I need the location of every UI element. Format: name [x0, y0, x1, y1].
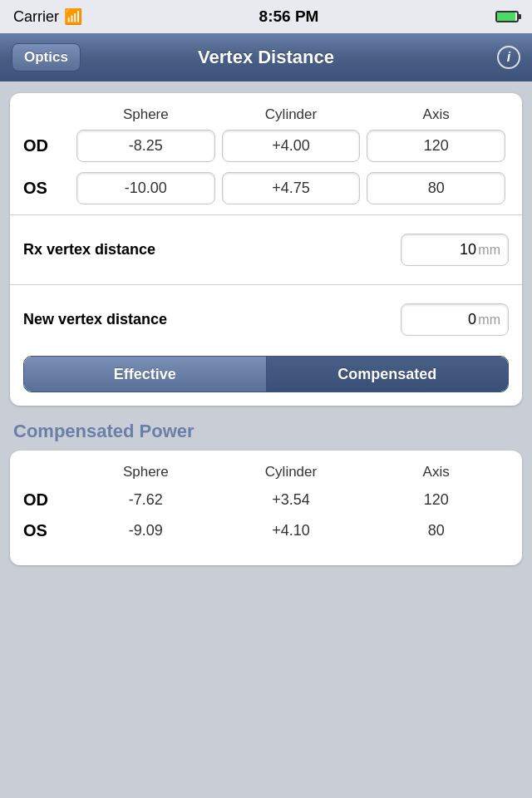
- input-card: Sphere Cylinder Axis OD OS: [10, 93, 522, 406]
- results-section-title: Compensated Power: [10, 406, 522, 451]
- divider-2: [10, 284, 522, 285]
- sphere-header: Sphere: [73, 106, 219, 123]
- results-axis-header: Axis: [363, 464, 509, 480]
- os-label: OS: [23, 179, 73, 198]
- results-od-label: OD: [23, 490, 73, 510]
- wifi-icon: 📶: [64, 7, 82, 26]
- status-bar: Carrier 📶 8:56 PM: [0, 0, 532, 33]
- main-content: Sphere Cylinder Axis OD OS: [0, 81, 532, 577]
- back-button[interactable]: Optics: [12, 43, 81, 71]
- battery-fill: [497, 12, 515, 21]
- rx-vertex-label: Rx vertex distance: [23, 241, 155, 259]
- rx-vertex-input[interactable]: [401, 234, 509, 266]
- new-vertex-label: New vertex distance: [23, 311, 167, 328]
- rx-vertex-row: Rx vertex distance mm: [23, 225, 509, 274]
- rx-vertex-input-container: mm: [401, 234, 509, 266]
- carrier-info: Carrier 📶: [13, 7, 82, 26]
- os-cylinder-input[interactable]: [222, 172, 361, 204]
- info-button[interactable]: i: [497, 46, 520, 69]
- os-sphere-input[interactable]: [76, 172, 215, 204]
- new-vertex-input-container: mm: [401, 303, 509, 336]
- axis-header: Axis: [363, 106, 509, 123]
- od-sphere-input[interactable]: [76, 130, 215, 162]
- results-card: Sphere Cylinder Axis OD -7.62 +3.54 120 …: [10, 451, 522, 565]
- od-cylinder-input[interactable]: [222, 130, 361, 162]
- effective-button[interactable]: Effective: [24, 357, 266, 392]
- battery-icon: [495, 11, 519, 22]
- results-od-row: OD -7.62 +3.54 120: [23, 490, 509, 510]
- results-od-sphere: -7.62: [73, 491, 219, 509]
- od-label: OD: [23, 136, 73, 155]
- od-axis-cell: [367, 130, 505, 162]
- os-axis-input[interactable]: [367, 172, 505, 204]
- compensated-button[interactable]: Compensated: [267, 357, 509, 392]
- new-vertex-input[interactable]: [401, 303, 509, 336]
- divider-1: [10, 214, 522, 215]
- results-os-row: OS -9.09 +4.10 80: [23, 521, 509, 540]
- results-od-cylinder: +3.54: [219, 491, 364, 509]
- results-sphere-header: Sphere: [73, 464, 219, 480]
- od-sphere-cell: [76, 130, 215, 162]
- carrier-label: Carrier: [13, 8, 59, 26]
- nav-bar: Optics Vertex Distance i: [0, 33, 532, 81]
- column-headers: Sphere Cylinder Axis: [23, 106, 509, 123]
- od-axis-input[interactable]: [367, 130, 505, 162]
- os-axis-cell: [367, 172, 505, 204]
- os-sphere-cell: [76, 172, 215, 204]
- os-input-row: OS: [23, 172, 509, 204]
- results-od-axis: 120: [363, 491, 509, 509]
- segmented-control: Effective Compensated: [23, 356, 509, 392]
- results-os-cylinder: +4.10: [219, 522, 364, 539]
- battery-area: [495, 11, 519, 22]
- nav-title: Vertex Distance: [198, 47, 334, 68]
- cylinder-header: Cylinder: [219, 106, 364, 123]
- os-cylinder-cell: [222, 172, 361, 204]
- od-cylinder-cell: [222, 130, 361, 162]
- results-os-label: OS: [23, 521, 73, 540]
- time-display: 8:56 PM: [259, 7, 319, 26]
- results-column-headers: Sphere Cylinder Axis: [23, 464, 509, 480]
- results-os-axis: 80: [363, 522, 509, 539]
- od-input-row: OD: [23, 130, 509, 162]
- results-os-sphere: -9.09: [73, 522, 219, 539]
- results-cylinder-header: Cylinder: [219, 464, 364, 480]
- new-vertex-row: New vertex distance mm: [23, 295, 509, 344]
